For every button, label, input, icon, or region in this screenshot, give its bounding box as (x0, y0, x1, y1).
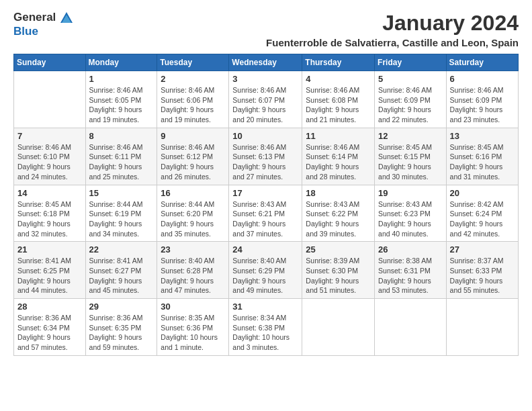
day-info: Sunrise: 8:43 AM Sunset: 6:23 PM Dayligh… (378, 199, 443, 239)
calendar-cell: 24Sunrise: 8:40 AM Sunset: 6:29 PM Dayli… (229, 242, 302, 299)
day-number: 16 (161, 188, 225, 198)
week-row-4: 28Sunrise: 8:36 AM Sunset: 6:34 PM Dayli… (14, 299, 519, 356)
header-row-days: SundayMondayTuesdayWednesdayThursdayFrid… (14, 54, 519, 71)
day-number: 29 (89, 302, 154, 312)
day-number: 20 (450, 188, 515, 198)
calendar-cell: 12Sunrise: 8:45 AM Sunset: 6:15 PM Dayli… (375, 128, 447, 185)
day-info: Sunrise: 8:46 AM Sunset: 6:05 PM Dayligh… (89, 85, 154, 125)
day-number: 25 (306, 244, 371, 255)
calendar-cell: 28Sunrise: 8:36 AM Sunset: 6:34 PM Dayli… (14, 299, 86, 356)
calendar-cell: 31Sunrise: 8:34 AM Sunset: 6:38 PM Dayli… (229, 299, 302, 356)
day-info: Sunrise: 8:36 AM Sunset: 6:35 PM Dayligh… (89, 313, 154, 353)
day-number: 23 (161, 244, 225, 255)
header-monday: Monday (85, 54, 157, 71)
day-info: Sunrise: 8:46 AM Sunset: 6:06 PM Dayligh… (161, 85, 225, 125)
calendar-cell: 7Sunrise: 8:46 AM Sunset: 6:10 PM Daylig… (14, 128, 86, 185)
day-number: 13 (450, 131, 515, 141)
calendar-cell: 27Sunrise: 8:37 AM Sunset: 6:33 PM Dayli… (446, 242, 518, 299)
day-info: Sunrise: 8:42 AM Sunset: 6:24 PM Dayligh… (450, 199, 515, 239)
calendar-cell: 17Sunrise: 8:43 AM Sunset: 6:21 PM Dayli… (229, 185, 302, 242)
day-number: 30 (161, 302, 225, 312)
calendar-cell: 22Sunrise: 8:41 AM Sunset: 6:27 PM Dayli… (85, 242, 157, 299)
day-info: Sunrise: 8:44 AM Sunset: 6:19 PM Dayligh… (89, 199, 154, 239)
calendar-cell (302, 299, 375, 356)
header-saturday: Saturday (446, 54, 518, 71)
day-info: Sunrise: 8:46 AM Sunset: 6:13 PM Dayligh… (232, 142, 298, 182)
day-info: Sunrise: 8:44 AM Sunset: 6:20 PM Dayligh… (161, 199, 225, 239)
day-number: 11 (306, 131, 371, 141)
day-info: Sunrise: 8:39 AM Sunset: 6:30 PM Dayligh… (306, 256, 371, 295)
day-number: 12 (378, 131, 443, 141)
day-info: Sunrise: 8:35 AM Sunset: 6:36 PM Dayligh… (161, 313, 225, 353)
day-info: Sunrise: 8:41 AM Sunset: 6:25 PM Dayligh… (17, 256, 82, 295)
day-info: Sunrise: 8:34 AM Sunset: 6:38 PM Dayligh… (232, 313, 298, 353)
day-number: 21 (17, 244, 82, 255)
day-number: 7 (17, 131, 82, 141)
week-row-1: 7Sunrise: 8:46 AM Sunset: 6:10 PM Daylig… (14, 128, 519, 185)
day-info: Sunrise: 8:46 AM Sunset: 6:09 PM Dayligh… (378, 85, 443, 125)
calendar-cell: 9Sunrise: 8:46 AM Sunset: 6:12 PM Daylig… (157, 128, 229, 185)
calendar-cell (375, 299, 447, 356)
day-number: 15 (89, 188, 154, 198)
day-number: 17 (232, 188, 298, 198)
page-container: General Blue January 2024 Fuenterroble d… (0, 0, 532, 363)
calendar-cell: 21Sunrise: 8:41 AM Sunset: 6:25 PM Dayli… (14, 242, 86, 299)
calendar-cell: 29Sunrise: 8:36 AM Sunset: 6:35 PM Dayli… (85, 299, 157, 356)
day-info: Sunrise: 8:37 AM Sunset: 6:33 PM Dayligh… (450, 256, 515, 295)
calendar-cell: 5Sunrise: 8:46 AM Sunset: 6:09 PM Daylig… (375, 71, 447, 128)
logo-text: General (13, 11, 74, 26)
day-number: 1 (89, 74, 154, 84)
main-title: January 2024 (266, 11, 519, 36)
day-info: Sunrise: 8:45 AM Sunset: 6:16 PM Dayligh… (450, 142, 515, 182)
calendar-cell: 14Sunrise: 8:45 AM Sunset: 6:18 PM Dayli… (14, 185, 86, 242)
day-number: 10 (232, 131, 298, 141)
day-info: Sunrise: 8:46 AM Sunset: 6:14 PM Dayligh… (306, 142, 371, 182)
day-info: Sunrise: 8:46 AM Sunset: 6:12 PM Dayligh… (161, 142, 225, 182)
day-number: 26 (378, 244, 443, 255)
day-info: Sunrise: 8:38 AM Sunset: 6:31 PM Dayligh… (378, 256, 443, 295)
title-block: January 2024 Fuenterroble de Salvatierra… (266, 11, 519, 48)
calendar-cell: 10Sunrise: 8:46 AM Sunset: 6:13 PM Dayli… (229, 128, 302, 185)
header-friday: Friday (375, 54, 447, 71)
header-wednesday: Wednesday (229, 54, 302, 71)
week-row-2: 14Sunrise: 8:45 AM Sunset: 6:18 PM Dayli… (14, 185, 519, 242)
day-info: Sunrise: 8:36 AM Sunset: 6:34 PM Dayligh… (17, 313, 82, 353)
calendar-cell: 8Sunrise: 8:46 AM Sunset: 6:11 PM Daylig… (85, 128, 157, 185)
calendar-cell: 19Sunrise: 8:43 AM Sunset: 6:23 PM Dayli… (375, 185, 447, 242)
day-number: 2 (161, 74, 225, 84)
day-number: 14 (17, 188, 82, 198)
day-number: 19 (378, 188, 443, 198)
calendar-cell: 2Sunrise: 8:46 AM Sunset: 6:06 PM Daylig… (157, 71, 229, 128)
calendar-cell: 6Sunrise: 8:46 AM Sunset: 6:09 PM Daylig… (446, 71, 518, 128)
day-number: 9 (161, 131, 225, 141)
day-number: 8 (89, 131, 154, 141)
day-number: 5 (378, 74, 443, 84)
calendar-cell: 18Sunrise: 8:43 AM Sunset: 6:22 PM Dayli… (302, 185, 375, 242)
header-tuesday: Tuesday (157, 54, 229, 71)
calendar-cell (14, 71, 86, 128)
calendar-cell: 23Sunrise: 8:40 AM Sunset: 6:28 PM Dayli… (157, 242, 229, 299)
day-number: 24 (232, 244, 298, 255)
calendar-table: SundayMondayTuesdayWednesdayThursdayFrid… (13, 54, 519, 356)
header-row: General Blue January 2024 Fuenterroble d… (13, 11, 519, 48)
day-info: Sunrise: 8:40 AM Sunset: 6:28 PM Dayligh… (161, 256, 225, 295)
day-number: 31 (232, 302, 298, 312)
calendar-cell: 3Sunrise: 8:46 AM Sunset: 6:07 PM Daylig… (229, 71, 302, 128)
calendar-cell: 4Sunrise: 8:46 AM Sunset: 6:08 PM Daylig… (302, 71, 375, 128)
day-number: 6 (450, 74, 515, 84)
calendar-cell (446, 299, 518, 356)
week-row-0: 1Sunrise: 8:46 AM Sunset: 6:05 PM Daylig… (14, 71, 519, 128)
logo: General Blue (13, 11, 74, 38)
day-number: 4 (306, 74, 371, 84)
subtitle: Fuenterroble de Salvatierra, Castille an… (266, 37, 519, 48)
header-thursday: Thursday (302, 54, 375, 71)
calendar-cell: 25Sunrise: 8:39 AM Sunset: 6:30 PM Dayli… (302, 242, 375, 299)
calendar-cell: 15Sunrise: 8:44 AM Sunset: 6:19 PM Dayli… (85, 185, 157, 242)
calendar-cell: 30Sunrise: 8:35 AM Sunset: 6:36 PM Dayli… (157, 299, 229, 356)
week-row-3: 21Sunrise: 8:41 AM Sunset: 6:25 PM Dayli… (14, 242, 519, 299)
day-info: Sunrise: 8:45 AM Sunset: 6:15 PM Dayligh… (378, 142, 443, 182)
day-info: Sunrise: 8:46 AM Sunset: 6:11 PM Dayligh… (89, 142, 154, 182)
day-info: Sunrise: 8:46 AM Sunset: 6:10 PM Dayligh… (17, 142, 82, 182)
day-info: Sunrise: 8:46 AM Sunset: 6:07 PM Dayligh… (232, 85, 298, 125)
calendar-cell: 16Sunrise: 8:44 AM Sunset: 6:20 PM Dayli… (157, 185, 229, 242)
